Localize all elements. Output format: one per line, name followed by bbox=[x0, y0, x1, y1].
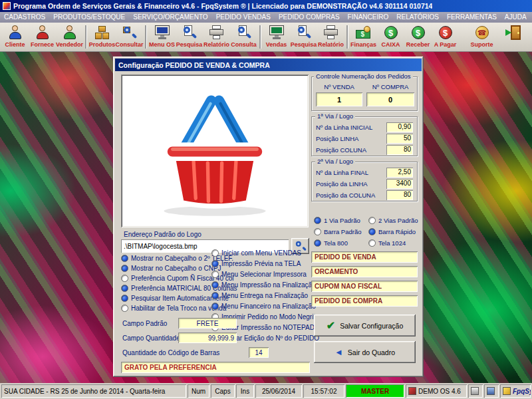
toolbar-button-vendedor[interactable]: Vendedor bbox=[56, 23, 83, 51]
printer-icon bbox=[323, 25, 339, 40]
menu-servico-orcamento[interactable]: SERVIÇO/ORÇAMENTO bbox=[129, 12, 211, 23]
checkbox-icon bbox=[121, 275, 128, 282]
salvar-configuracao-button[interactable]: Salvar Configuração bbox=[314, 315, 416, 336]
toolbar-button-label: Produtos bbox=[89, 41, 116, 48]
posicao-coluna-field[interactable]: 80 bbox=[386, 190, 413, 200]
dialog-titlebar[interactable]: Configuração PEDIDO DE VENDA & COMPRA bbox=[115, 59, 422, 71]
option-selecionar-impressora[interactable]: Menu Selecionar Impressora bbox=[211, 271, 319, 278]
menu-relatorios[interactable]: RELATÓRIOS bbox=[392, 12, 443, 23]
toolbar-button-consulta[interactable]: Consulta bbox=[230, 23, 257, 51]
toolbar-button-sair[interactable] bbox=[501, 23, 528, 51]
codigo-barras-field[interactable]: 14 bbox=[249, 347, 269, 358]
option-impressao-previa[interactable]: Impressão Prévia na TELA bbox=[211, 260, 319, 267]
menu-bar: CADASTROS PRODUTOS/ESTOQUE SERVIÇO/ORÇAM… bbox=[0, 12, 532, 23]
status-time: 15:57:02 bbox=[303, 384, 344, 398]
toolbar-button-cliente[interactable]: Cliente bbox=[1, 23, 29, 51]
config-dialog: Configuração PEDIDO DE VENDA & COMPRA bbox=[113, 57, 424, 377]
toolbar-button-label: Suporte bbox=[470, 41, 493, 48]
toolbar-separator bbox=[145, 25, 146, 49]
option-impressao-finalizacao[interactable]: Menu Impressão na Finalização bbox=[211, 281, 319, 289]
monitor-icon bbox=[269, 25, 285, 40]
toolbar-button-label: Consultar bbox=[116, 41, 144, 48]
person-red-icon bbox=[36, 25, 49, 40]
window-titlebar[interactable]: Programa Ordem de Serviços Gerais & Fina… bbox=[0, 0, 532, 12]
linha-inicial-field[interactable]: 0,90 bbox=[386, 122, 413, 132]
option-label: Menu Impressão na Finalização bbox=[221, 281, 316, 289]
field-label: Posição da COLUNA bbox=[316, 192, 375, 199]
radio-icon bbox=[314, 239, 321, 247]
toolbar-button-label: Vendedor bbox=[56, 41, 83, 48]
option-iniciar-menu-vendas[interactable]: Iniciar com Menu VENDAS bbox=[211, 249, 319, 257]
codigo-barras-label: Quantidade do Código de Barras bbox=[122, 349, 219, 356]
status-printer-cell[interactable] bbox=[468, 384, 483, 398]
option-label: Mostrar no Cabeçalho o CNPJ bbox=[131, 265, 221, 272]
status-calculator-cell[interactable] bbox=[484, 384, 499, 398]
toolbar-button-vendas[interactable]: Vendas bbox=[263, 23, 290, 51]
dialog-title: Configuração PEDIDO DE VENDA & COMPRA bbox=[118, 61, 270, 69]
toolbar-button-label: CAIXA bbox=[381, 41, 400, 48]
toolbar-button-pesquisa-os[interactable]: Pesquisa bbox=[176, 23, 203, 51]
sair-do-quadro-button[interactable]: Sair do Quadro bbox=[314, 341, 416, 363]
radio-label: Tela 800 bbox=[324, 239, 348, 247]
toolbar-button-a-pagar[interactable]: A Pagar bbox=[432, 23, 459, 51]
menu-cadastros[interactable]: CADASTROS bbox=[0, 12, 49, 23]
toolbar-button-produtos[interactable]: Produtos bbox=[88, 23, 116, 51]
status-location: SUA CIDADE - RS 25 de Junho de 2014 - Qu… bbox=[1, 384, 186, 398]
toolbar-button-suporte[interactable]: Suporte bbox=[468, 23, 495, 51]
dollar-red-icon bbox=[439, 26, 452, 39]
support-phone-icon bbox=[475, 26, 489, 39]
radio-2-vias-padrao[interactable]: 2 Vias Padrão bbox=[368, 216, 418, 225]
menu-ajuda[interactable]: AJUDA bbox=[501, 12, 531, 23]
toolbar-button-financas[interactable]: Finanças bbox=[350, 23, 377, 51]
posicao-coluna-field[interactable]: 80 bbox=[386, 145, 413, 155]
toolbar-button-label: Consulta bbox=[231, 41, 257, 48]
toolbar-button-label: Receber bbox=[406, 41, 430, 48]
toolbar-button-label: A Pagar bbox=[434, 41, 457, 48]
menu-pedido-vendas[interactable]: PEDIDO VENDAS bbox=[212, 12, 275, 23]
posicao-linha-field[interactable]: 50 bbox=[386, 134, 413, 144]
campo-padrao-field[interactable]: FRETE bbox=[178, 318, 237, 329]
pedido-venda-name-field[interactable]: PEDIDO DE VENDA bbox=[311, 251, 418, 263]
campo-quantidade-field[interactable]: 99,999.9 bbox=[178, 332, 237, 343]
menu-financeiro[interactable]: FINANCEIRO bbox=[344, 12, 393, 23]
posicao-linha-field[interactable]: 3400 bbox=[386, 179, 413, 189]
option-entrega-finalizacao[interactable]: Menu Entrega na Finalização bbox=[211, 292, 319, 299]
field-label: Nº da Linha FINAL bbox=[316, 169, 368, 176]
toolbar-button-menu-os[interactable]: Menu OS bbox=[148, 23, 176, 51]
toolbar-button-caixa[interactable]: CAIXA bbox=[377, 23, 404, 51]
menu-pedido-compras[interactable]: PEDIDO COMPRAS bbox=[275, 12, 344, 23]
toolbar-button-relatorio-vendas[interactable]: Relatório bbox=[317, 23, 344, 51]
radio-1-via-padrao[interactable]: 1 Via Padrão bbox=[314, 216, 360, 225]
toolbar-button-fornecedor[interactable]: Fornece bbox=[29, 23, 56, 51]
linha-final-field[interactable]: 2,50 bbox=[386, 168, 413, 178]
radio-tela-1024[interactable]: Tela 1024 bbox=[368, 239, 406, 247]
back-arrow-icon bbox=[334, 347, 343, 357]
menu-produtos-estoque[interactable]: PRODUTOS/ESTOQUE bbox=[49, 12, 129, 23]
status-caps-lock: Caps bbox=[211, 384, 235, 398]
num-compra-field[interactable]: 0 bbox=[366, 92, 414, 106]
field-label: Nº da Linha INICIAL bbox=[316, 124, 372, 131]
document-search-icon bbox=[297, 25, 311, 40]
document-search-icon bbox=[182, 25, 197, 40]
num-venda-field[interactable]: 1 bbox=[316, 92, 362, 106]
boxes-icon bbox=[95, 25, 110, 40]
toolbar-button-relatorio-os[interactable]: Relatório bbox=[203, 23, 230, 51]
radio-barra-rapido[interactable]: Barra Rápido bbox=[368, 227, 416, 236]
cupom-name-field[interactable]: CUPOM NAO FISCAL bbox=[311, 281, 418, 292]
checkbox-icon bbox=[211, 281, 219, 289]
num-compra-label: Nº COMPRA bbox=[366, 83, 414, 90]
toolbar-button-pesquisa-vendas[interactable]: Pesquisa bbox=[290, 23, 317, 51]
checkbox-icon bbox=[211, 303, 219, 310]
toolbar-button-consultar[interactable]: Consultar bbox=[116, 23, 143, 51]
radio-tela-800[interactable]: Tela 800 bbox=[314, 239, 348, 247]
toolbar-button-label: Relatório bbox=[203, 41, 229, 48]
mensagem-preferencia-field[interactable]: GRATO PELA PREFERENCIA bbox=[121, 362, 310, 373]
toolbar-button-receber[interactable]: Receber bbox=[404, 23, 432, 51]
option-financeiro-finalizacao[interactable]: Menu Financeiro na Finalização bbox=[211, 303, 319, 310]
group-title: 2ª Via / Logo bbox=[315, 158, 355, 165]
orcamento-name-field[interactable]: ORCAMENTO bbox=[311, 266, 418, 277]
pedido-compra-name-field[interactable]: PEDIDO DE COMPRA bbox=[311, 295, 418, 307]
check-icon bbox=[327, 319, 335, 332]
menu-ferramentas[interactable]: FERRAMENTAS bbox=[443, 12, 501, 23]
radio-barra-padrao[interactable]: Barra Padrão bbox=[314, 227, 362, 236]
